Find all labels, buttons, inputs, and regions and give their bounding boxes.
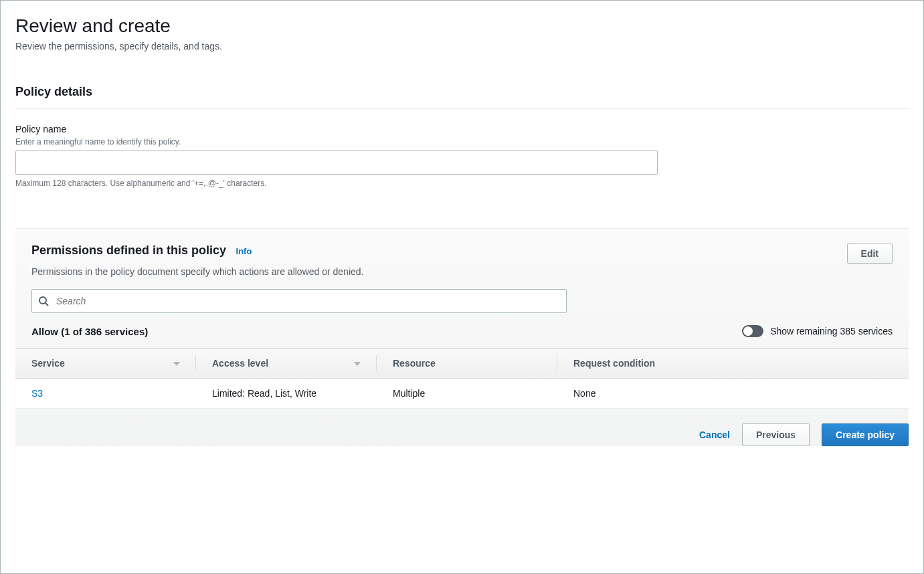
col-request-condition-header: Request condition xyxy=(557,349,909,379)
col-access-label: Access level xyxy=(212,358,268,369)
create-policy-button[interactable]: Create policy xyxy=(822,423,909,446)
col-resource-label: Resource xyxy=(393,358,436,369)
access-level-cell: Limited: Read, List, Write xyxy=(196,379,377,409)
col-service-label: Service xyxy=(31,358,65,369)
info-link[interactable]: Info xyxy=(236,246,252,256)
previous-button[interactable]: Previous xyxy=(742,423,810,446)
show-remaining-toggle[interactable] xyxy=(742,325,763,337)
table-row: S3 Limited: Read, List, Write Multiple N… xyxy=(15,379,909,409)
resource-cell: Multiple xyxy=(377,379,557,409)
col-service-header[interactable]: Service xyxy=(15,349,196,379)
col-resource-header: Resource xyxy=(377,349,557,379)
policy-details-heading: Policy details xyxy=(15,85,909,99)
request-condition-cell: None xyxy=(557,379,909,409)
section-divider xyxy=(15,108,909,109)
col-request-condition-label: Request condition xyxy=(573,358,655,369)
footer-actions: Cancel Previous Create policy xyxy=(15,409,909,446)
policy-name-label: Policy name xyxy=(15,124,909,134)
service-link[interactable]: S3 xyxy=(31,388,43,399)
svg-line-1 xyxy=(45,303,48,306)
permissions-panel: Permissions defined in this policy Info … xyxy=(15,228,909,446)
cancel-button[interactable]: Cancel xyxy=(699,429,730,440)
allow-summary: Allow (1 of 386 services) xyxy=(31,326,148,337)
policy-name-help: Maximum 128 characters. Use alphanumeric… xyxy=(15,179,909,188)
policy-name-field: Policy name Enter a meaningful name to i… xyxy=(15,124,909,188)
permissions-table: Service Access level Resource Request co… xyxy=(15,348,909,409)
search-input[interactable] xyxy=(31,289,567,313)
sort-caret-icon xyxy=(173,362,180,366)
permissions-heading: Permissions defined in this policy xyxy=(31,244,226,257)
col-access-header[interactable]: Access level xyxy=(196,349,377,379)
sort-caret-icon xyxy=(354,362,361,366)
svg-point-0 xyxy=(39,297,46,304)
search-icon xyxy=(38,296,49,306)
permissions-description: Permissions in the policy document speci… xyxy=(31,266,893,277)
show-remaining-label: Show remaining 385 services xyxy=(770,326,893,337)
page-subtitle: Review the permissions, specify details,… xyxy=(15,41,909,52)
policy-name-hint: Enter a meaningful name to identify this… xyxy=(15,137,909,147)
page-title: Review and create xyxy=(15,15,909,37)
policy-name-input[interactable] xyxy=(15,151,658,175)
search-wrap xyxy=(31,289,567,313)
edit-button[interactable]: Edit xyxy=(847,244,893,264)
